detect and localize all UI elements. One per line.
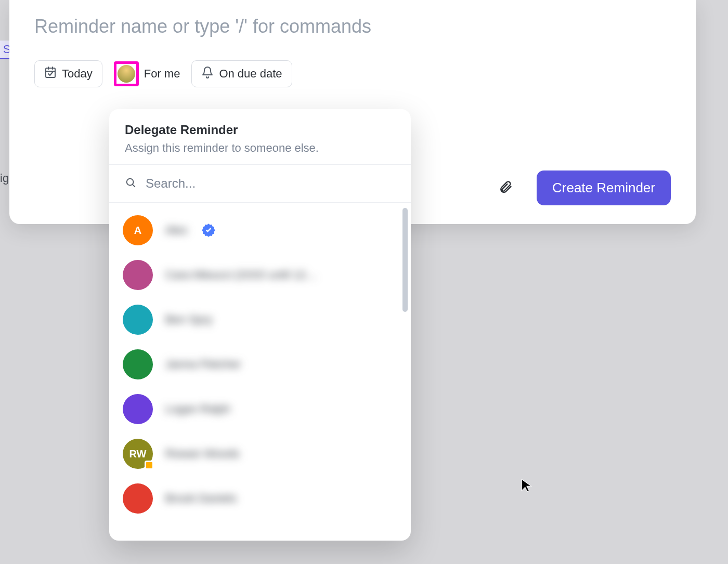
avatar — [123, 349, 153, 379]
person-name: Brook Daniels — [165, 492, 237, 505]
background-text-hint: ig — [0, 172, 9, 185]
for-me-chip[interactable]: For me — [114, 61, 180, 86]
avatar: RW — [123, 439, 153, 469]
search-icon — [125, 177, 136, 190]
delegate-people-scroll[interactable]: AAlexCara Mieucci (OOO until 12…Ben Spry… — [109, 203, 411, 541]
delegate-subtitle: Assign this reminder to someone else. — [125, 141, 395, 155]
status-dot — [145, 461, 154, 470]
avatar: A — [123, 215, 153, 245]
avatar — [123, 260, 153, 290]
delegate-search-row — [109, 165, 411, 203]
person-row[interactable]: Cara Mieucci (OOO until 12… — [116, 253, 404, 297]
svg-rect-0 — [46, 68, 55, 77]
reminder-chip-row: Today For me On due date — [34, 60, 671, 87]
verified-badge-icon — [201, 223, 216, 238]
create-reminder-button[interactable]: Create Reminder — [537, 170, 671, 205]
delegate-popover: Delegate Reminder Assign this reminder t… — [109, 109, 411, 541]
today-chip[interactable]: Today — [34, 60, 102, 87]
person-row[interactable]: Ben Spry — [116, 297, 404, 342]
cursor-icon — [520, 478, 534, 494]
person-name: Cara Mieucci (OOO until 12… — [165, 268, 317, 282]
today-chip-label: Today — [62, 67, 93, 81]
paperclip-icon — [498, 188, 513, 196]
avatar — [123, 394, 153, 424]
person-row[interactable]: Janna Fletcher — [116, 342, 404, 387]
bell-icon — [201, 66, 214, 82]
person-name: Rowan Woods — [165, 447, 240, 461]
svg-line-5 — [133, 185, 135, 187]
for-me-chip-label: For me — [144, 67, 180, 81]
delegate-header: Delegate Reminder Assign this reminder t… — [109, 109, 411, 165]
avatar — [123, 305, 153, 335]
on-due-date-chip-label: On due date — [219, 67, 282, 81]
person-name: Logan Ralph — [165, 402, 230, 416]
on-due-date-chip[interactable]: On due date — [191, 60, 292, 87]
for-me-avatar — [118, 65, 135, 83]
avatar — [123, 483, 153, 514]
calendar-icon — [44, 66, 57, 82]
for-me-avatar-highlight — [114, 61, 139, 86]
person-name: Alex — [165, 224, 188, 237]
delegate-search-input[interactable] — [146, 176, 395, 191]
person-row[interactable]: Brook Daniels — [116, 476, 404, 521]
person-name: Janna Fletcher — [165, 358, 241, 371]
person-row[interactable]: AAlex — [116, 208, 404, 253]
person-row[interactable]: Logan Ralph — [116, 387, 404, 431]
attachment-button[interactable] — [495, 177, 516, 199]
reminder-name-input[interactable] — [34, 16, 671, 37]
person-name: Ben Spry — [165, 313, 213, 326]
delegate-people-list: AAlexCara Mieucci (OOO until 12…Ben Spry… — [109, 203, 411, 526]
delegate-title: Delegate Reminder — [125, 123, 395, 137]
person-row[interactable]: RWRowan Woods — [116, 431, 404, 476]
scrollbar[interactable] — [402, 208, 408, 312]
